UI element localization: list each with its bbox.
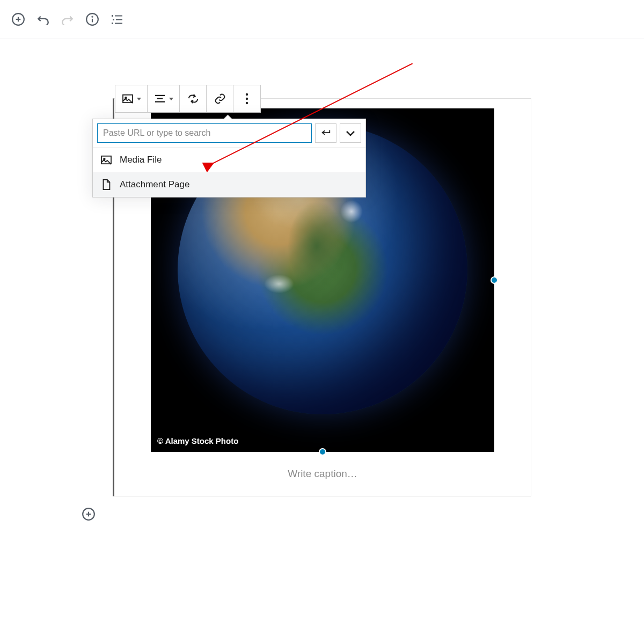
svg-rect-10 — [112, 23, 113, 24]
svg-point-18 — [246, 98, 248, 100]
change-block-type-button[interactable] — [115, 85, 148, 112]
undo-button[interactable] — [35, 12, 50, 27]
outline-icon — [111, 14, 123, 25]
link-option-label: Media File — [120, 155, 162, 165]
svg-rect-14 — [155, 95, 165, 96]
image-icon — [100, 154, 112, 166]
link-input-row — [93, 119, 365, 147]
svg-rect-16 — [155, 101, 165, 103]
submit-link-button[interactable] — [315, 123, 336, 143]
return-icon — [320, 128, 331, 138]
page-icon — [100, 179, 112, 191]
link-url-input[interactable] — [97, 123, 312, 143]
chevron-down-icon — [137, 98, 141, 100]
image-watermark: © Alamy Stock Photo — [157, 436, 238, 445]
link-option-attachment-page[interactable]: Attachment Page — [93, 172, 365, 197]
chevron-down-icon — [346, 130, 355, 136]
plus-circle-icon — [82, 507, 96, 521]
block-toolbar — [115, 85, 261, 113]
align-button[interactable] — [148, 85, 180, 112]
svg-rect-8 — [113, 19, 114, 20]
editor-top-toolbar — [0, 0, 644, 39]
svg-rect-7 — [115, 16, 122, 17]
svg-point-19 — [246, 102, 248, 104]
kebab-icon — [245, 93, 248, 105]
redo-button — [60, 12, 75, 27]
caption-input[interactable]: Write caption… — [124, 468, 521, 480]
link-options-list: Media File Attachment Page — [93, 147, 365, 197]
plus-circle-icon — [11, 12, 25, 26]
align-center-icon — [154, 94, 166, 104]
svg-rect-11 — [115, 23, 122, 24]
insert-link-button[interactable] — [207, 85, 233, 112]
block-navigation-button[interactable] — [109, 12, 125, 27]
link-settings-toggle[interactable] — [340, 123, 361, 143]
add-block-inline-button[interactable] — [82, 507, 97, 522]
undo-icon — [36, 13, 50, 25]
info-icon — [85, 12, 99, 26]
resize-handle-right[interactable] — [491, 276, 498, 284]
svg-rect-9 — [116, 19, 122, 20]
content-info-button[interactable] — [85, 12, 100, 27]
editor-canvas: Media File Attachment Page © Alamy Stock… — [113, 98, 531, 522]
link-option-media-file[interactable]: Media File — [93, 148, 365, 172]
chevron-down-icon — [169, 98, 173, 100]
redo-icon — [61, 13, 75, 25]
replace-icon — [187, 93, 199, 104]
svg-rect-15 — [157, 98, 163, 99]
svg-point-5 — [92, 17, 92, 17]
svg-rect-6 — [112, 15, 113, 17]
more-options-button[interactable] — [233, 85, 260, 112]
link-option-label: Attachment Page — [120, 179, 189, 190]
add-block-button[interactable] — [11, 12, 26, 27]
svg-point-17 — [246, 93, 248, 96]
link-icon — [214, 93, 226, 105]
resize-handle-bottom[interactable] — [319, 448, 326, 456]
image-icon — [122, 94, 134, 104]
replace-image-button[interactable] — [180, 85, 207, 112]
link-popover: Media File Attachment Page — [92, 119, 366, 197]
